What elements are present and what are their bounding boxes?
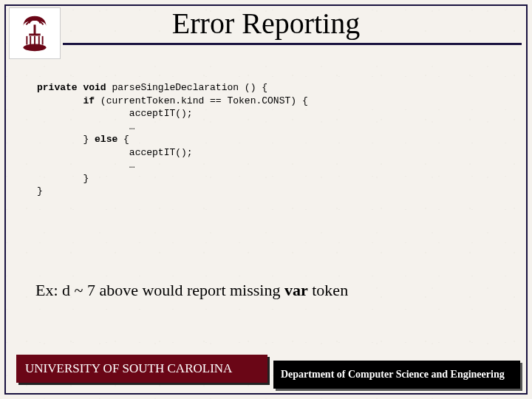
code-sig: parseSingleDeclaration () { [106, 82, 267, 93]
code-close-else: } [83, 134, 95, 145]
code-else-open: { [117, 134, 129, 145]
slide-border [4, 4, 528, 395]
footer-left-text: UNIVERSITY OF SOUTH CAROLINA [25, 361, 232, 376]
code-close-inner: } [83, 173, 89, 184]
example-text: Ex: d ~ 7 above would report missing var… [35, 281, 348, 300]
example-bold: var [284, 281, 308, 299]
code-block: private void parseSingleDeclaration () {… [37, 81, 308, 198]
code-ellipsis1: … [129, 121, 135, 132]
footer-department: Department of Computer Science and Engin… [273, 361, 520, 389]
code-accept2: acceptIT(); [129, 147, 193, 158]
example-suffix: token [308, 281, 348, 299]
footer-university: UNIVERSITY OF SOUTH CAROLINA [16, 355, 267, 383]
code-cond: (currentToken.kind == Token.CONST) { [95, 95, 308, 106]
title-rule [63, 43, 522, 45]
footer-right-text: Department of Computer Science and Engin… [281, 369, 505, 381]
example-prefix: Ex: d ~ 7 above would report missing [35, 281, 284, 299]
kw-if: if [83, 95, 95, 106]
kw-void: void [83, 82, 106, 93]
kw-else: else [95, 134, 117, 145]
slide-title: Error Reporting [0, 6, 532, 41]
kw-private: private [37, 82, 78, 93]
code-ellipsis2: … [129, 160, 135, 171]
svg-point-6 [24, 44, 47, 52]
code-accept1: acceptIT(); [129, 108, 193, 119]
code-close-outer: } [37, 185, 43, 197]
